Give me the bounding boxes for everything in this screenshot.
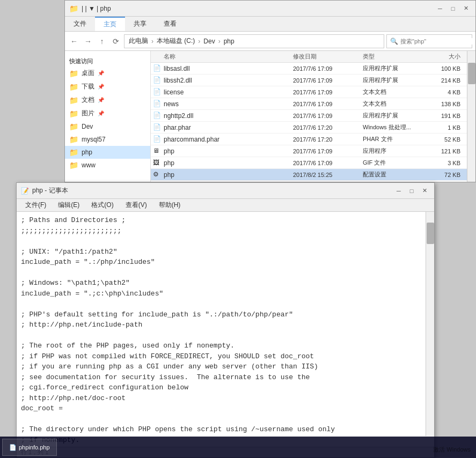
file-date: 2017/7/6 17:09 (293, 148, 363, 154)
file-size: 214 KB (422, 77, 465, 84)
file-date: 2017/7/6 17:20 (293, 124, 363, 131)
table-row[interactable]: 📄 pharcommand.phar 2017/7/6 17:20 PHAR 文… (151, 134, 467, 145)
explorer-maximize-button[interactable]: □ (448, 3, 458, 14)
sidebar-item-pictures[interactable]: 📁 图片 📌 (65, 107, 150, 120)
menu-file[interactable]: 文件(F) (20, 200, 52, 211)
file-size: 72 KB (422, 172, 465, 178)
up-button[interactable]: ↑ (96, 35, 108, 47)
file-date: 2017/7/6 17:20 (293, 136, 363, 143)
notepad-title-bar: 📝 php - 记事本 ─ □ ✕ (17, 183, 434, 199)
table-row[interactable]: ⚙ php 2017/8/2 15:25 配置设置 72 KB (151, 169, 467, 181)
sidebar-item-label: 图片 (82, 109, 94, 118)
col-header-name[interactable]: 名称 (153, 53, 293, 61)
address-part-0: 此电脑 (129, 36, 148, 46)
col-header-type[interactable]: 类型 (363, 53, 422, 61)
www-folder-icon: 📁 (69, 161, 78, 169)
pin-icon: 📌 (98, 84, 104, 90)
sidebar-item-label: php (82, 149, 92, 156)
sidebar-item-downloads[interactable]: 📁 下载 📌 (65, 80, 150, 93)
php-folder-icon: 📁 (69, 148, 78, 157)
refresh-button[interactable]: ⟳ (110, 35, 122, 47)
forward-button[interactable]: → (82, 35, 94, 47)
ribbon-tab-home[interactable]: 主页 (95, 17, 125, 31)
sidebar-item-php[interactable]: 📁 php (65, 146, 150, 159)
col-header-date[interactable]: 修改日期 (293, 53, 363, 61)
file-name: libssh2.dll (164, 77, 293, 84)
notepad-title-text: php - 记事本 (32, 186, 390, 195)
taskbar: 📄 phpinfo.php 激活 Windows (0, 437, 476, 458)
file-icon: 🖥 (153, 147, 162, 156)
back-button[interactable]: ← (68, 35, 80, 47)
menu-view[interactable]: 查看(V) (120, 200, 152, 211)
table-row[interactable]: 📄 libsasl.dll 2017/7/6 17:09 应用程序扩展 100 … (151, 63, 467, 75)
file-icon: 🖼 (153, 159, 162, 167)
sidebar-item-label: 桌面 (82, 69, 94, 78)
col-header-size[interactable]: 大小 (422, 53, 465, 61)
notepad-maximize-button[interactable]: □ (406, 186, 417, 196)
address-part-3: php (224, 38, 235, 45)
file-type: 文本文档 (363, 100, 422, 108)
file-name: pharcommand.phar (164, 136, 293, 143)
sidebar-item-desktop[interactable]: 📁 桌面 📌 (65, 67, 150, 80)
address-bar[interactable]: 此电脑 › 本地磁盘 (C:) › Dev › php (124, 34, 384, 48)
sidebar-item-mysql57[interactable]: 📁 mysql57 (65, 133, 150, 146)
sidebar-item-dev[interactable]: 📁 Dev (65, 120, 150, 133)
table-row[interactable]: 📄 phar.phar 2017/7/6 17:20 Windows 批处理..… (151, 122, 467, 134)
notepad-text[interactable]: ; Paths and Directories ; ;;;;;;;;;;;;;;… (17, 212, 434, 447)
file-size: 121 KB (422, 148, 465, 154)
sidebar-item-label: Dev (82, 123, 93, 130)
dev-folder-icon: 📁 (69, 122, 78, 131)
file-rows-container: 📄 libsasl.dll 2017/7/6 17:09 应用程序扩展 100 … (151, 63, 467, 181)
file-size: 52 KB (422, 136, 465, 143)
table-row[interactable]: 📄 news 2017/7/6 17:09 文本文档 138 KB (151, 98, 467, 110)
explorer-minimize-button[interactable]: ─ (435, 3, 445, 14)
table-row[interactable]: 🖥 php 2017/7/6 17:09 应用程序 121 KB (151, 145, 467, 157)
menu-format[interactable]: 格式(O) (86, 200, 119, 211)
file-date: 2017/7/6 17:09 (293, 65, 363, 72)
table-row[interactable]: 📄 license 2017/7/6 17:09 文本文档 4 KB (151, 86, 467, 98)
table-row[interactable]: 📄 nghttp2.dll 2017/7/6 17:09 应用程序扩展 191 … (151, 110, 467, 122)
file-type: 应用程序扩展 (363, 76, 422, 84)
file-icon: 📄 (153, 112, 162, 120)
notepad-window-controls: ─ □ ✕ (393, 186, 430, 196)
file-icon: 📄 (153, 64, 162, 73)
file-size: 191 KB (422, 113, 465, 119)
file-size: 4 KB (422, 89, 465, 95)
file-name: php (164, 159, 293, 167)
ribbon-tab-file[interactable]: 文件 (65, 17, 95, 31)
ribbon-tab-view[interactable]: 查看 (155, 17, 185, 31)
search-box[interactable]: 🔍 (386, 34, 472, 48)
notepad-icon: 📝 (21, 187, 29, 195)
scrollbar-thumb (468, 63, 475, 84)
explorer-close-button[interactable]: ✕ (460, 3, 471, 14)
file-type: Windows 批处理... (363, 123, 422, 131)
pin-icon: 📌 (98, 97, 104, 103)
file-name: license (164, 88, 293, 96)
file-size: 1 KB (422, 124, 465, 131)
file-icon: 📄 (153, 100, 162, 108)
table-row[interactable]: 📄 libssh2.dll 2017/7/6 17:09 应用程序扩展 214 … (151, 75, 467, 86)
sidebar-item-label: 文档 (82, 95, 94, 105)
notepad-minimize-button[interactable]: ─ (393, 186, 404, 196)
explorer-window-controls: ─ □ ✕ (435, 3, 471, 14)
address-part-2: Dev (203, 38, 215, 45)
ribbon-tab-share[interactable]: 共享 (125, 17, 155, 31)
file-type: PHAR 文件 (363, 135, 422, 143)
menu-edit[interactable]: 编辑(E) (53, 200, 85, 211)
taskbar-phpinfo[interactable]: 📄 phpinfo.php (2, 439, 57, 456)
notepad-scrollbar[interactable] (426, 212, 434, 436)
pin-icon: 📌 (98, 110, 104, 116)
file-type: 文本文档 (363, 88, 422, 96)
table-row[interactable]: 🖼 php 2017/7/6 17:09 GIF 文件 3 KB (151, 157, 467, 169)
search-input[interactable] (400, 38, 474, 45)
menu-help[interactable]: 帮助(H) (153, 200, 186, 211)
sidebar-item-www[interactable]: 📁 www (65, 159, 150, 172)
file-icon: 📄 (153, 88, 162, 97)
file-date: 2017/7/6 17:09 (293, 113, 363, 119)
explorer-scrollbar[interactable] (467, 51, 475, 182)
sidebar-item-documents[interactable]: 📁 文档 📌 (65, 93, 150, 107)
file-type: GIF 文件 (363, 159, 422, 167)
taskbar-item-label: phpinfo.php (19, 444, 50, 450)
notepad-close-button[interactable]: ✕ (419, 186, 430, 196)
explorer-title: | | ▼ | php (82, 5, 431, 12)
